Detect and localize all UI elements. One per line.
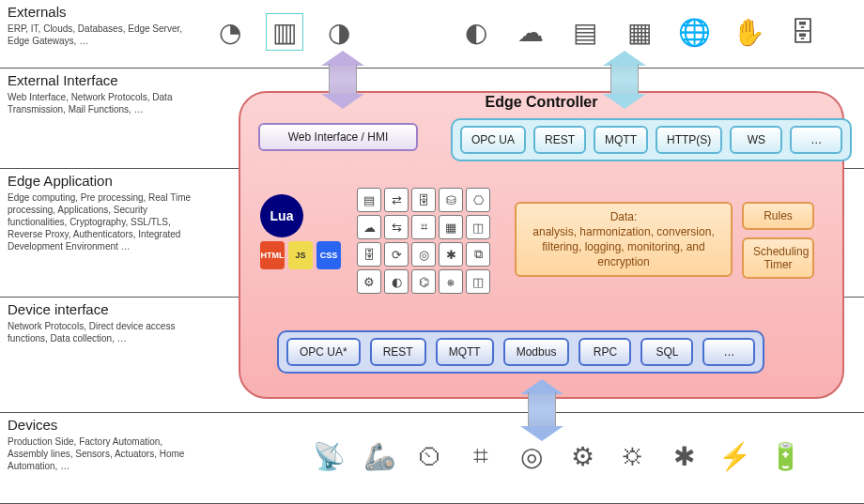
server-rack-icon: ▤: [566, 13, 604, 51]
meter-icon: ⏲: [411, 437, 449, 475]
upper-protocol-: …: [790, 126, 842, 154]
edge-func-icon-6: ⇆: [384, 215, 409, 239]
cpu-chip-icon: ⌗: [462, 437, 500, 475]
lower-protocol-modbus: Modbus: [503, 338, 570, 366]
edge-func-icon-19: ◫: [466, 269, 490, 294]
radar-icon: ◎: [513, 437, 550, 475]
edge-func-icon-13: ✱: [439, 242, 463, 267]
upper-protocol-mqtt: MQTT: [594, 126, 648, 154]
database-sql-icon: 🗄: [784, 13, 822, 51]
edge-func-icon-3: ⛁: [439, 188, 463, 212]
lower-protocol-opcua: OPC UA*: [286, 338, 361, 366]
js-logo-icon: JS: [288, 241, 313, 269]
edge-func-icon-12: ◎: [411, 242, 436, 267]
power-tower-icon: ⚡: [716, 437, 753, 475]
band-title-edgeapp: Edge Application: [8, 173, 195, 189]
battery-icon: 🔋: [766, 437, 804, 475]
band-desc-devices: Production Side, Factory Automation, Ass…: [8, 435, 195, 472]
band-desc-extif: Web Interface, Network Protocols, Data T…: [8, 91, 195, 115]
blade-server-icon: ▦: [621, 13, 658, 51]
chip-gear-icon: ⛭: [614, 437, 652, 475]
gears-icon: ⚙: [563, 437, 601, 475]
data-box-heading: Data:: [526, 209, 721, 224]
edge-func-icon-17: ⌬: [411, 269, 436, 294]
dashboard-icon: ▥: [266, 13, 303, 51]
edge-func-icon-9: ◫: [466, 215, 490, 239]
upper-protocol-https: HTTP(S): [656, 126, 722, 154]
band-desc-devif: Network Protocols, Direct device access …: [8, 320, 195, 344]
pie-chart-icon: ◔: [211, 13, 249, 51]
edge-func-icon-0: ▤: [357, 188, 381, 212]
lower-protocol-mqtt: MQTT: [436, 338, 494, 366]
band-title-extif: External Interface: [8, 72, 195, 88]
band-title-externals: Externals: [8, 4, 195, 20]
lower-protocol-rpc: RPC: [579, 338, 631, 366]
band-title-devices: Devices: [8, 417, 195, 433]
lower-protocol-sql: SQL: [640, 338, 693, 366]
edge-function-icon-grid: ▤⇄🗄⛁⎔☁⇆⌗▦◫🗄⟳◎✱⧉⚙◐⌬⎈◫: [357, 188, 490, 294]
edge-func-icon-8: ▦: [439, 215, 463, 239]
edge-func-icon-2: 🗄: [411, 188, 436, 212]
edge-func-icon-15: ⚙: [357, 269, 381, 294]
edge-func-icon-11: ⟳: [384, 242, 409, 267]
cloud-network-icon: ☁: [512, 13, 549, 51]
edge-func-icon-14: ⧉: [466, 242, 490, 267]
edge-func-icon-7: ⌗: [411, 215, 436, 239]
lower-protocol-group: OPC UA*RESTMQTTModbusRPCSQL…: [277, 330, 764, 374]
edge-func-icon-5: ☁: [357, 215, 381, 239]
speedometer-icon: ◐: [457, 13, 495, 51]
css3-logo-icon: CSS: [316, 241, 341, 269]
edge-func-icon-18: ⎈: [439, 269, 463, 294]
data-functions-box: Data: analysis, harmonization, conversio…: [515, 202, 733, 277]
analytics-hand-icon: ✋: [730, 13, 767, 51]
lower-protocol-rest: REST: [370, 338, 426, 366]
band-title-devif: Device interface: [8, 301, 195, 317]
edge-func-icon-1: ⇄: [384, 188, 409, 212]
data-box-body: analysis, harmonization, conversion, fil…: [526, 224, 721, 269]
edge-func-icon-16: ◐: [384, 269, 409, 294]
edge-func-icon-4: ⎔: [466, 188, 490, 212]
html5-logo-icon: HTML: [260, 241, 285, 269]
web-interface-box: Web Interface / HMI: [258, 123, 418, 151]
upper-protocol-ws: WS: [730, 126, 782, 154]
scheduling-box: Scheduling Timer: [742, 237, 814, 279]
lower-protocol-: …: [702, 338, 755, 366]
upper-protocol-rest: REST: [533, 126, 586, 154]
antenna-icon: 📡: [310, 437, 347, 475]
band-desc-edgeapp: Edge computing, Pre processing, Real Tim…: [8, 191, 195, 252]
rules-box: Rules: [742, 202, 814, 230]
wind-turbine-icon: ✱: [665, 437, 702, 475]
lua-logo-icon: Lua: [260, 194, 303, 237]
devices-icon-strip: 📡🦾⏲⌗◎⚙⛭✱⚡🔋: [310, 437, 804, 475]
globe-icon: 🌐: [675, 13, 713, 51]
gauges-icon: ◑: [320, 13, 358, 51]
edge-func-icon-10: 🗄: [357, 242, 381, 267]
band-desc-externals: ERP, IT, Clouds, Databases, Edge Server,…: [8, 23, 195, 47]
robot-arm-icon: 🦾: [361, 437, 398, 475]
externals-icon-strip: ◔▥◑◐☁▤▦🌐✋🗄: [211, 13, 822, 51]
upper-protocol-group: OPC UARESTMQTTHTTP(S)WS…: [451, 118, 852, 161]
upper-protocol-opcua: OPC UA: [460, 126, 526, 154]
